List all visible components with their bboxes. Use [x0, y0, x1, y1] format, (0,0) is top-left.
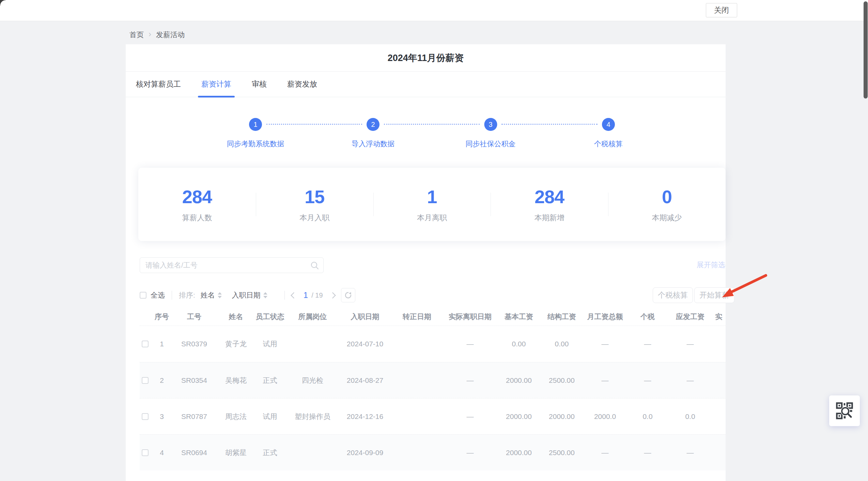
step-tax-calculation: 4个税核算 — [594, 118, 623, 149]
select-all-label: 全选 — [151, 290, 165, 300]
tabs-bar: 核对算薪员工薪资计算审核薪资发放 — [126, 72, 726, 97]
sort-label: 排序: — [179, 290, 195, 300]
table-cell: 2000.00 — [540, 412, 583, 421]
list-toolbar: 全选 排序: 姓名 入职日期 1 / 19 个税核算 开始算薪 — [140, 287, 726, 303]
next-page-icon[interactable] — [329, 292, 336, 298]
table-cell: — — [627, 340, 668, 348]
table-cell: — — [443, 412, 497, 421]
step-label[interactable]: 同步社保公积金 — [466, 139, 516, 149]
step-sync-social-insurance: 3同步社保公积金 — [466, 118, 516, 149]
stat-payroll-headcount: 284算薪人数 — [138, 186, 256, 223]
table-cell: — — [443, 449, 497, 457]
table-cell: 2500.00 — [540, 376, 583, 385]
start-payroll-button[interactable]: 开始算薪 — [694, 287, 734, 303]
row-checkbox[interactable] — [142, 377, 149, 384]
row-checkbox[interactable] — [142, 449, 149, 456]
refresh-button[interactable] — [341, 288, 355, 302]
refresh-icon — [344, 291, 352, 299]
row-checkbox-cell — [140, 449, 153, 456]
table-row: 2SR0354吴梅花正式四光检2024-08-27—2000.002500.00… — [140, 362, 726, 398]
table-cell: — — [443, 376, 497, 385]
step-sync-attendance: 1同步考勤系统数据 — [227, 118, 284, 149]
cell-row-number: 1 — [153, 340, 170, 348]
column-header: 结构工资 — [540, 312, 583, 321]
table-cell: 2024-09-09 — [339, 449, 391, 457]
vertical-scrollbar[interactable] — [864, 1, 868, 99]
table-cell: — — [668, 449, 712, 457]
table-cell: 2024-08-27 — [339, 376, 391, 385]
row-checkbox-cell — [140, 341, 153, 347]
table-row: 1SR0379黄子龙试用2024-07-10—0.000.00——— — [140, 326, 726, 362]
table-row: 3SR0787周志法试用塑封操作员2024-12-16—2000.002000.… — [140, 398, 726, 434]
column-header: 入职日期 — [339, 312, 391, 321]
sort-by-hire-date[interactable]: 入职日期 — [232, 290, 267, 300]
total-pages: / 19 — [311, 291, 323, 299]
row-checkbox-cell — [140, 377, 153, 384]
table-cell: 2000.00 — [497, 412, 540, 421]
table-cell: 试用 — [254, 412, 286, 421]
table-cell: 正式 — [254, 448, 286, 457]
table-cell: 2000.00 — [497, 449, 540, 457]
table-cell: 0.0 — [668, 412, 712, 421]
row-checkbox[interactable] — [142, 341, 149, 347]
stat-reduced-this-period: 0本期减少 — [608, 186, 726, 223]
step-number-badge: 3 — [484, 118, 497, 131]
employee-table: 序号工号姓名员工状态所属岗位入职日期转正日期实际离职日期基本工资结构工资月工资总… — [140, 308, 726, 470]
stat-value: 1 — [373, 186, 491, 207]
step-label[interactable]: 个税核算 — [594, 139, 623, 149]
table-cell: 2500.00 — [540, 449, 583, 457]
stat-value: 284 — [138, 186, 256, 207]
stat-value: 15 — [256, 186, 373, 207]
table-cell: 0.00 — [497, 340, 540, 348]
expand-filter-link[interactable]: 展开筛选 — [697, 260, 725, 270]
search-input[interactable] — [140, 258, 323, 273]
step-number-badge: 4 — [602, 118, 615, 131]
table-cell: 2024-12-16 — [339, 412, 391, 421]
table-cell: SR0379 — [170, 340, 218, 348]
select-all-checkbox[interactable] — [140, 292, 146, 299]
cell-row-number: 3 — [153, 412, 170, 421]
column-header: 应发工资 — [668, 312, 712, 321]
divider — [172, 291, 172, 300]
table-cell: 2024-07-10 — [339, 340, 391, 348]
stat-label: 本月离职 — [373, 213, 491, 223]
window-corner-backdrop — [0, 0, 5, 5]
stat-value: 284 — [491, 186, 608, 207]
close-button[interactable]: 关闭 — [706, 3, 737, 17]
step-connector — [501, 124, 598, 125]
row-checkbox[interactable] — [142, 413, 149, 420]
search-icon[interactable] — [310, 261, 319, 270]
table-cell: — — [583, 376, 627, 385]
top-bar: 关闭 — [0, 0, 868, 21]
sort-hire-date-label: 入职日期 — [232, 290, 261, 300]
column-header: 序号 — [153, 312, 170, 321]
step-label[interactable]: 导入浮动数据 — [352, 139, 394, 149]
table-cell: 0.00 — [540, 340, 583, 348]
table-cell: 2000.0 — [583, 412, 627, 421]
main-panel: 2024年11月份薪资 核对算薪员工薪资计算审核薪资发放 1同步考勤系统数据2导… — [126, 44, 726, 481]
prev-page-icon[interactable] — [291, 292, 297, 298]
process-steps: 1同步考勤系统数据2导入浮动数据3同步社保公积金4个税核算 — [126, 111, 726, 162]
tab-audit[interactable]: 审核 — [250, 72, 268, 97]
tab-verify-employees[interactable]: 核对算薪员工 — [135, 72, 182, 97]
page-title: 2024年11月份薪资 — [126, 44, 726, 72]
step-number-badge: 2 — [367, 118, 379, 131]
row-checkbox-cell — [140, 413, 153, 420]
table-cell: 周志法 — [218, 412, 254, 421]
current-page: 1 — [304, 290, 308, 300]
column-header: 实际离职日期 — [443, 312, 497, 321]
tab-salary-calculation[interactable]: 薪资计算 — [200, 72, 233, 97]
breadcrumb-home[interactable]: 首页 — [129, 30, 144, 40]
sort-by-name[interactable]: 姓名 — [201, 290, 222, 300]
step-label[interactable]: 同步考勤系统数据 — [227, 139, 284, 149]
scan-qr-button[interactable] — [829, 395, 860, 426]
table-cell: — — [668, 340, 712, 348]
cell-row-number: 4 — [153, 449, 170, 457]
qr-code-magnifier-icon — [835, 402, 854, 420]
tax-calc-button[interactable]: 个税核算 — [653, 287, 693, 303]
table-cell: SR0354 — [170, 376, 218, 385]
column-header: 所属岗位 — [286, 312, 339, 321]
stat-added-this-period: 284本期新增 — [491, 186, 608, 223]
tab-salary-payout[interactable]: 薪资发放 — [286, 72, 319, 97]
stat-joined-this-month: 15本月入职 — [256, 186, 373, 223]
